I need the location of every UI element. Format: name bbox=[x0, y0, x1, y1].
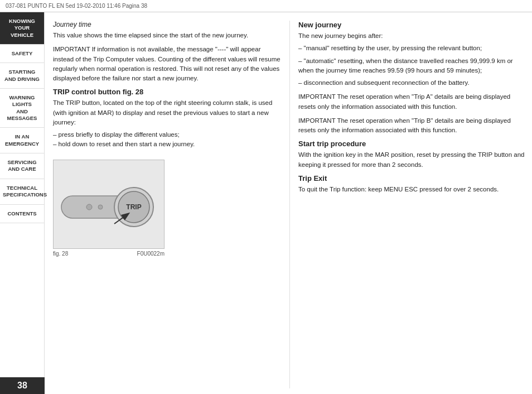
sidebar-item-starting-driving[interactable]: STARTINGAND DRIVING bbox=[0, 63, 44, 89]
page-number: 38 bbox=[0, 377, 45, 394]
trip-svg-illustration: TRIP bbox=[56, 162, 162, 246]
new-journey-bullet-1: – "manual" resetting by the user, by pre… bbox=[298, 44, 526, 53]
left-column: Journey time This value shows the time e… bbox=[53, 21, 281, 388]
new-journey-section: New journey The new journey begins after… bbox=[298, 21, 526, 88]
svg-point-5 bbox=[98, 205, 103, 209]
right-important-1: IMPORTANT The reset operation when "Trip… bbox=[298, 92, 526, 112]
right-important-text-2: IMPORTANT The reset operation when "Trip… bbox=[298, 116, 526, 136]
sidebar-item-safety[interactable]: SAFETY bbox=[0, 45, 44, 63]
sidebar-label-contents: CONTENTS bbox=[7, 210, 36, 217]
journey-time-title: Journey time bbox=[53, 21, 281, 28]
right-important-text-1: IMPORTANT The reset operation when "Trip… bbox=[298, 92, 526, 112]
start-trip-text: With the ignition key in the MAR positio… bbox=[298, 150, 526, 170]
right-important-2: IMPORTANT The reset operation when "Trip… bbox=[298, 116, 526, 136]
fig-label: fig. 28 bbox=[53, 251, 68, 257]
trip-control-section: TRIP control button fig. 28 The TRIP but… bbox=[53, 88, 281, 149]
sidebar-label-starting: STARTINGAND DRIVING bbox=[4, 69, 40, 81]
sidebar-label-warning: WARNING LIGHTSAND MESSAGES bbox=[7, 94, 37, 121]
fig-caption-row: fig. 28 F0U0022m bbox=[53, 251, 165, 257]
sidebar-label-emergency: IN ANEMERGENCY bbox=[5, 133, 39, 146]
sidebar-item-emergency[interactable]: IN ANEMERGENCY bbox=[0, 128, 44, 153]
sidebar-item-technical[interactable]: TECHNICALSPECIFICATIONS bbox=[0, 179, 44, 205]
sidebar: KNOWINGYOURVEHICLE SAFETY STARTINGAND DR… bbox=[0, 12, 45, 394]
svg-text:TRIP: TRIP bbox=[126, 203, 141, 211]
sidebar-label-servicing: SERVICINGAND CARE bbox=[7, 159, 36, 172]
new-journey-bullet-3: – disconnection and subsequent reconnect… bbox=[298, 78, 526, 88]
right-column: New journey The new journey begins after… bbox=[289, 21, 526, 388]
journey-time-section: Journey time This value shows the time e… bbox=[53, 21, 281, 40]
header-bar: 037-081 PUNTO FL EN 5ed 19-02-2010 11:46… bbox=[0, 0, 532, 12]
trip-control-title: TRIP control button fig. 28 bbox=[53, 88, 281, 96]
figure-container-wrapper: TRIP fig. 28 bbox=[53, 154, 281, 257]
new-journey-bullet-2: – "automatic" resetting, when the distan… bbox=[298, 56, 526, 76]
start-trip-section: Start trip procedure With the ignition k… bbox=[298, 140, 526, 170]
new-journey-title: New journey bbox=[298, 21, 526, 29]
trip-illustration: TRIP bbox=[54, 160, 164, 248]
start-trip-title: Start trip procedure bbox=[298, 140, 526, 148]
trip-bullet-1: – press briefly to display the different… bbox=[53, 130, 281, 140]
figure-28: TRIP bbox=[53, 160, 165, 249]
trip-exit-section: Trip Exit To quit the Trip function: kee… bbox=[298, 174, 526, 194]
trip-exit-text: To quit the Trip function: keep MENU ESC… bbox=[298, 185, 526, 194]
sidebar-label-safety: SAFETY bbox=[12, 50, 32, 56]
sidebar-item-warning-lights[interactable]: WARNING LIGHTSAND MESSAGES bbox=[0, 89, 44, 128]
trip-bullet-2: – hold down to reset and then start a ne… bbox=[53, 140, 281, 149]
sidebar-label-knowing: KNOWINGYOURVEHICLE bbox=[9, 18, 35, 38]
sidebar-item-contents[interactable]: CONTENTS bbox=[0, 205, 44, 223]
svg-point-4 bbox=[86, 204, 92, 210]
new-journey-text: The new journey begins after: bbox=[298, 31, 526, 41]
header-text: 037-081 PUNTO FL EN 5ed 19-02-2010 11:46… bbox=[6, 3, 147, 9]
journey-time-text: This value shows the time elapsed since … bbox=[53, 31, 281, 40]
important-text-1: IMPORTANT If information is not availabl… bbox=[53, 45, 281, 83]
important-section-1: IMPORTANT If information is not availabl… bbox=[53, 45, 281, 83]
sidebar-item-servicing[interactable]: SERVICINGAND CARE bbox=[0, 153, 44, 179]
main-content: Journey time This value shows the time e… bbox=[45, 12, 532, 394]
sidebar-item-knowing-your-vehicle[interactable]: KNOWINGYOURVEHICLE bbox=[0, 12, 44, 45]
trip-exit-title: Trip Exit bbox=[298, 174, 526, 182]
fig-code: F0U0022m bbox=[137, 251, 165, 257]
sidebar-label-technical: TECHNICALSPECIFICATIONS bbox=[3, 185, 47, 198]
trip-control-text: The TRIP button, located on the top of t… bbox=[53, 98, 281, 127]
